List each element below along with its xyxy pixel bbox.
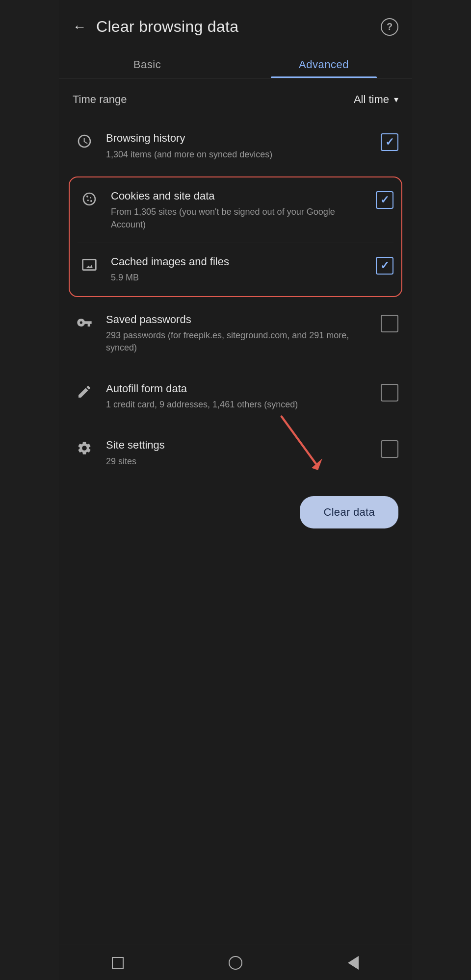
items-list: Browsing history 1,304 items (and more o… <box>59 118 412 481</box>
time-range-label: Time range <box>73 93 127 106</box>
help-button[interactable]: ? <box>381 18 398 36</box>
time-range-selector[interactable]: All time ▾ <box>354 93 398 106</box>
browsing-history-content: Browsing history 1,304 items (and more o… <box>106 131 371 161</box>
list-item-browsing-history[interactable]: Browsing history 1,304 items (and more o… <box>59 118 412 175</box>
nav-recent-button[interactable] <box>104 949 131 977</box>
checkmark-icon: ✓ <box>380 260 389 271</box>
triangle-icon <box>348 956 359 970</box>
dropdown-arrow-icon: ▾ <box>394 94 398 105</box>
passwords-checkbox[interactable] <box>381 315 398 332</box>
autofill-checkbox[interactable] <box>381 384 398 402</box>
key-icon <box>73 313 96 330</box>
checkmark-icon: ✓ <box>385 137 394 148</box>
browsing-history-checkbox[interactable]: ✓ <box>381 133 398 151</box>
autofill-subtitle: 1 credit card, 9 addresses, 1,461 others… <box>106 399 371 411</box>
tabs-container: Basic Advanced <box>59 50 412 78</box>
list-item-cached[interactable]: Cached images and files 5.9 MB ✓ <box>78 243 393 296</box>
header-left: ← Clear browsing data <box>73 18 238 36</box>
site-settings-checkbox[interactable] <box>381 440 398 458</box>
image-icon <box>78 255 101 273</box>
nav-home-button[interactable] <box>222 949 249 977</box>
clock-icon <box>73 131 96 149</box>
gear-icon <box>73 438 96 456</box>
cookies-content: Cookies and site data From 1,305 sites (… <box>111 189 366 231</box>
browsing-history-title: Browsing history <box>106 131 371 146</box>
list-item-site-settings[interactable]: Site settings 29 sites <box>59 425 412 481</box>
square-icon <box>112 957 124 969</box>
svg-point-2 <box>87 200 89 201</box>
cookies-title: Cookies and site data <box>111 189 366 203</box>
list-item-cookies[interactable]: Cookies and site data From 1,305 sites (… <box>78 177 393 243</box>
time-range-row: Time range All time ▾ <box>59 78 412 118</box>
nav-back-button[interactable] <box>340 949 367 977</box>
clear-data-container: Clear data <box>59 481 412 538</box>
svg-point-3 <box>90 200 92 202</box>
svg-point-1 <box>90 197 91 199</box>
svg-point-0 <box>86 195 88 197</box>
cookie-icon <box>78 189 101 207</box>
cookies-subtitle: From 1,305 sites (you won't be signed ou… <box>111 206 366 230</box>
page-title: Clear browsing data <box>96 18 238 36</box>
tab-basic[interactable]: Basic <box>59 50 236 78</box>
cached-checkbox[interactable]: ✓ <box>376 257 393 275</box>
passwords-title: Saved passwords <box>106 313 371 327</box>
site-settings-title: Site settings <box>106 438 371 452</box>
pencil-icon <box>73 382 96 400</box>
cached-title: Cached images and files <box>111 255 366 269</box>
cached-subtitle: 5.9 MB <box>111 272 366 284</box>
site-settings-subtitle: 29 sites <box>106 455 371 468</box>
time-range-value: All time <box>354 93 389 106</box>
phone-container: ← Clear browsing data ? Basic Advanced T… <box>59 0 412 980</box>
autofill-content: Autofill form data 1 credit card, 9 addr… <box>106 382 371 411</box>
tab-advanced[interactable]: Advanced <box>236 50 412 78</box>
bottom-nav <box>59 945 412 980</box>
passwords-subtitle: 293 passwords (for freepik.es, sitegroun… <box>106 329 371 354</box>
highlighted-group: Cookies and site data From 1,305 sites (… <box>69 176 402 297</box>
list-item-passwords[interactable]: Saved passwords 293 passwords (for freep… <box>59 299 412 368</box>
site-settings-content: Site settings 29 sites <box>106 438 371 468</box>
cookies-checkbox[interactable]: ✓ <box>376 191 393 209</box>
cached-content: Cached images and files 5.9 MB <box>111 255 366 284</box>
browsing-history-subtitle: 1,304 items (and more on synced devices) <box>106 149 371 161</box>
circle-icon <box>229 956 242 970</box>
list-item-autofill[interactable]: Autofill form data 1 credit card, 9 addr… <box>59 368 412 425</box>
checkmark-icon: ✓ <box>380 195 389 205</box>
autofill-title: Autofill form data <box>106 382 371 396</box>
back-button[interactable]: ← <box>73 20 86 34</box>
passwords-content: Saved passwords 293 passwords (for freep… <box>106 313 371 354</box>
clear-data-button[interactable]: Clear data <box>300 496 398 528</box>
header: ← Clear browsing data ? <box>59 0 412 46</box>
